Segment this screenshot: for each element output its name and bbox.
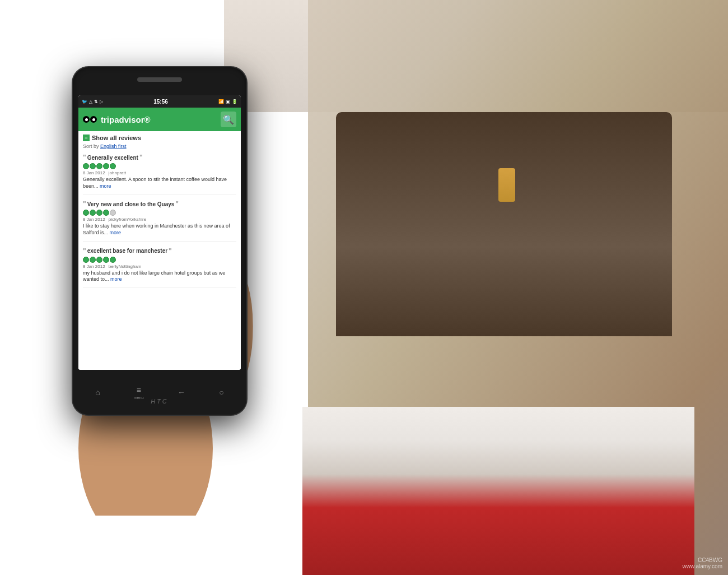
image-id: CC4BWG [683, 557, 723, 563]
open-quote-1: " [83, 154, 86, 161]
logo-area: tripadvisor® [83, 114, 151, 125]
star-3-2 [90, 257, 96, 263]
htc-brand-label: HTC [151, 398, 169, 405]
review-body-2: I like to stay here when working in Manc… [83, 223, 230, 235]
nav-menu-button[interactable]: ≡ menu [134, 386, 144, 400]
review-author-1: johnpratt [109, 170, 126, 175]
star-1-5 [110, 163, 116, 169]
star-2-5 [110, 210, 116, 216]
star-1-2 [90, 163, 96, 169]
review-title-text-2: Very new and close to the Quays [87, 201, 175, 207]
star-3-3 [96, 257, 102, 263]
review-more-link-2[interactable]: more [110, 230, 122, 235]
star-1-3 [96, 163, 102, 169]
star-3-5 [110, 257, 116, 263]
hand-container: 🐦 △ ⇅ ▷ 15:56 📶 ▣ 🔋 [45, 56, 325, 516]
review-date-3: 8 Jan 2012 [83, 264, 105, 269]
background-headboard [336, 112, 672, 336]
review-author-3: bertyNottingham [109, 264, 142, 269]
background-lamp [498, 168, 515, 202]
star-3-1 [83, 257, 89, 263]
phone-screen: 🐦 △ ⇅ ▷ 15:56 📶 ▣ 🔋 [78, 95, 241, 370]
review-body-3: my husband and i do not like large chain… [83, 270, 225, 282]
close-quote-3: " [169, 247, 172, 255]
back-icon: ← [178, 388, 185, 397]
advisor-text: advisor [114, 115, 144, 124]
tripadvisor-logo-text: tripadvisor® [101, 115, 151, 124]
status-icons-right: 📶 ▣ 🔋 [218, 99, 237, 104]
background-bed [302, 407, 694, 575]
sort-english-first-link[interactable]: English first [100, 143, 127, 149]
open-quote-2: " [83, 200, 86, 208]
review-meta-3: 8 Jan 2012 bertyNottingham [83, 264, 236, 269]
star-2-4 [103, 210, 109, 216]
review-meta-2: 8 Jan 2012 pickyfromYorkshire [83, 217, 236, 222]
review-item-1: " Generally excellent " 8 Jan 2012 johnp… [83, 154, 236, 194]
phone-device: 🐦 △ ⇅ ▷ 15:56 📶 ▣ 🔋 [73, 67, 246, 415]
review-stars-1 [83, 163, 236, 169]
sort-by-label: Sort by [83, 143, 99, 149]
review-author-2: pickyfromYorkshire [109, 217, 146, 222]
owl-right-eye [90, 116, 97, 123]
minus-icon: − [83, 135, 90, 141]
registered-mark: ® [144, 115, 151, 124]
alert-icon: △ [89, 99, 92, 104]
owl-eye-inner-right [92, 118, 95, 121]
review-more-link-1[interactable]: more [100, 183, 111, 189]
menu-icon: ≡ [137, 386, 141, 395]
website: www.alamy.com [683, 563, 723, 569]
review-stars-2 [83, 210, 236, 216]
review-item-2: " Very new and close to the Quays " 8 Ja… [83, 200, 236, 241]
tripadvisor-header: tripadvisor® 🔍 [78, 108, 241, 131]
star-2-1 [83, 210, 89, 216]
close-quote-1: " [139, 154, 143, 161]
review-more-link-3[interactable]: more [110, 276, 122, 282]
review-item-3: " excellent base for manchester " 8 Jan … [83, 247, 236, 288]
app-content[interactable]: − Show all reviews Sort by English first… [78, 131, 241, 370]
star-1-4 [103, 163, 109, 169]
star-2-2 [90, 210, 96, 216]
status-icons-left: 🐦 △ ⇅ ▷ [82, 99, 103, 104]
star-2-3 [96, 210, 102, 216]
tripadvisor-owl-logo [83, 114, 99, 125]
twitter-icon: 🐦 [82, 99, 87, 104]
owl-eye-inner-left [85, 118, 88, 121]
star-3-4 [103, 257, 109, 263]
menu-label: menu [134, 396, 144, 400]
review-stars-3 [83, 257, 236, 263]
wifi-icon: 📶 [218, 99, 224, 104]
phone-nav-bar: ⌂ ≡ menu ← ○ [73, 370, 246, 415]
nav-home-button[interactable]: ⌂ [95, 388, 100, 397]
usb-icon: ⇅ [94, 99, 98, 104]
review-title-2: " Very new and close to the Quays " [83, 200, 236, 208]
home-icon: ⌂ [95, 388, 100, 397]
review-date-2: 8 Jan 2012 [83, 217, 105, 222]
signal-icon: ▣ [226, 99, 230, 104]
review-meta-1: 8 Jan 2012 johnpratt [83, 170, 236, 175]
nav-back-button[interactable]: ← [178, 388, 185, 397]
trip-text: trip [101, 115, 114, 124]
battery-icon: 🔋 [232, 99, 237, 104]
review-title-1: " Generally excellent " [83, 154, 236, 161]
search-icon: 🔍 [223, 114, 234, 125]
star-1-1 [83, 163, 89, 169]
status-time: 15:56 [153, 99, 168, 105]
review-date-1: 8 Jan 2012 [83, 170, 105, 175]
search-button[interactable]: 🔍 [221, 112, 236, 127]
status-bar: 🐦 △ ⇅ ▷ 15:56 📶 ▣ 🔋 [78, 95, 241, 108]
sort-by-row: Sort by English first [83, 143, 236, 149]
search-nav-icon: ○ [219, 388, 223, 397]
show-all-label: Show all reviews [92, 135, 141, 141]
phone-speaker [137, 77, 182, 82]
sim-icon: ▷ [100, 99, 103, 104]
review-title-text-3: excellent base for manchester [87, 248, 167, 254]
nav-search-button[interactable]: ○ [219, 388, 223, 397]
open-quote-3: " [83, 247, 86, 255]
review-text-1: Generally excellent. A spoon to stir the… [83, 177, 236, 189]
review-text-3: my husband and i do not like large chain… [83, 270, 236, 283]
review-title-3: " excellent base for manchester " [83, 247, 236, 255]
owl-left-eye [83, 116, 90, 123]
watermark: CC4BWG www.alamy.com [683, 557, 723, 569]
review-text-2: I like to stay here when working in Manc… [83, 223, 236, 236]
show-all-reviews-header[interactable]: − Show all reviews [83, 135, 236, 141]
